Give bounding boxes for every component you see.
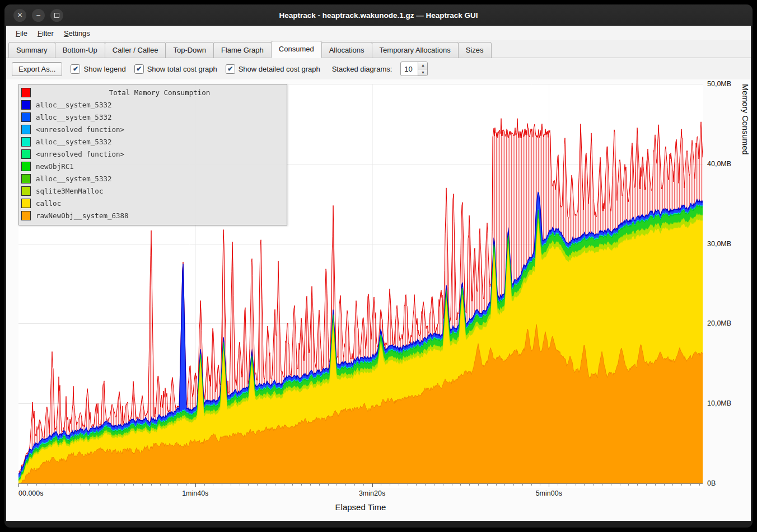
legend-swatch — [21, 162, 31, 171]
legend-swatch — [21, 149, 31, 159]
legend-swatch — [21, 100, 31, 110]
stacked-diagrams-label: Stacked diagrams: — [332, 65, 392, 73]
legend-item: rawNewObj__system_6388 — [21, 209, 283, 222]
checkbox-check-icon: ✔ — [134, 64, 144, 74]
legend-item: alloc__system_5332 — [21, 135, 283, 148]
legend-swatch — [21, 174, 31, 183]
menubar: FileFilterSettings — [6, 26, 751, 40]
x-tick-label: 00.000s — [18, 489, 43, 497]
show-detailed-cost-label: Show detailed cost graph — [239, 65, 320, 73]
app-body: FileFilterSettings SummaryBottom-UpCalle… — [6, 26, 751, 521]
legend-swatch — [21, 125, 31, 134]
menu-filter[interactable]: Filter — [32, 27, 59, 40]
stacked-diagrams-value: 10 — [401, 62, 418, 76]
x-tick-label: 3min20s — [359, 489, 385, 497]
tab-caller-callee[interactable]: Caller / Callee — [105, 42, 166, 58]
minimize-icon: – — [36, 12, 40, 18]
legend-label: <unresolved function> — [36, 150, 124, 158]
show-detailed-cost-checkbox[interactable]: ✔ Show detailed cost graph — [226, 64, 320, 74]
chart-legend: Total Memory Consumptionalloc__system_53… — [18, 84, 287, 225]
tab-bottom-up[interactable]: Bottom-Up — [55, 42, 105, 58]
toolbar: Export As... ✔ Show legend ✔ Show total … — [6, 58, 751, 79]
x-tick-label: 1min40s — [182, 489, 208, 497]
maximize-button[interactable] — [50, 9, 63, 22]
tab-flame-graph[interactable]: Flame Graph — [213, 42, 272, 58]
tab-bar: SummaryBottom-UpCaller / CalleeTop-DownF… — [6, 40, 751, 58]
maximize-icon — [54, 13, 59, 18]
y-tick-label: 30,0MB — [707, 240, 731, 248]
y-tick-label: 20,0MB — [707, 319, 731, 327]
legend-label: rawNewObj__system_6388 — [36, 211, 129, 220]
show-legend-checkbox[interactable]: ✔ Show legend — [71, 64, 125, 74]
legend-label: newObjRC1 — [36, 162, 74, 171]
legend-item: sqlite3MemMalloc — [21, 185, 283, 197]
checkbox-check-icon: ✔ — [226, 64, 235, 74]
window-bottom-frame — [4, 521, 753, 528]
menu-settings[interactable]: Settings — [59, 27, 95, 40]
legend-swatch — [21, 137, 31, 147]
window-controls: ✕ – — [13, 9, 63, 22]
spin-down-button[interactable]: ▼ — [418, 69, 427, 76]
show-total-cost-checkbox[interactable]: ✔ Show total cost graph — [134, 64, 217, 74]
tab-top-down[interactable]: Top-Down — [165, 42, 214, 58]
close-button[interactable]: ✕ — [13, 9, 26, 22]
tab-consumed[interactable]: Consumed — [271, 41, 322, 58]
export-as-button[interactable]: Export As... — [12, 62, 62, 76]
menu-file[interactable]: File — [11, 27, 32, 40]
legend-label: alloc__system_5332 — [36, 113, 111, 121]
legend-label: sqlite3MemMalloc — [36, 187, 103, 195]
x-axis-title: Elapsed Time — [18, 502, 703, 512]
legend-item: alloc__system_5332 — [21, 111, 283, 123]
app-window: ✕ – Heaptrack - heaptrack.wakunode.1.gz … — [4, 4, 753, 528]
legend-item: <unresolved function> — [21, 148, 283, 160]
legend-swatch — [21, 199, 31, 208]
legend-swatch — [21, 211, 31, 220]
legend-item: newObjRC1 — [21, 160, 283, 172]
x-tick-label: 5min00s — [536, 489, 562, 497]
close-icon: ✕ — [17, 12, 22, 18]
legend-label: calloc — [36, 199, 61, 208]
show-legend-label: Show legend — [83, 65, 125, 73]
tab-sizes[interactable]: Sizes — [458, 42, 492, 58]
legend-swatch — [21, 88, 31, 97]
show-total-cost-label: Show total cost graph — [147, 65, 217, 73]
legend-label: alloc__system_5332 — [36, 138, 111, 146]
legend-label: alloc__system_5332 — [36, 101, 111, 109]
y-tick-label: 0B — [707, 479, 716, 487]
spinner-buttons: ▲ ▼ — [418, 62, 427, 76]
tab-temporary-allocations[interactable]: Temporary Allocations — [372, 42, 459, 58]
legend-item: <unresolved function> — [21, 123, 283, 135]
legend-label: alloc__system_5332 — [36, 175, 111, 183]
chart-area: Total Memory Consumptionalloc__system_53… — [6, 79, 751, 521]
minimize-button[interactable]: – — [32, 9, 45, 22]
tab-allocations[interactable]: Allocations — [321, 42, 372, 58]
legend-swatch — [21, 186, 31, 196]
legend-title: Total Memory Consumption — [36, 88, 283, 97]
y-axis-title: Memory Consumed — [741, 84, 750, 483]
y-tick-label: 50,0MB — [707, 80, 731, 88]
legend-swatch — [21, 112, 31, 122]
legend-title-row: Total Memory Consumption — [21, 86, 283, 98]
checkbox-check-icon: ✔ — [71, 64, 80, 74]
spin-up-button[interactable]: ▲ — [418, 62, 427, 69]
legend-item: alloc__system_5332 — [21, 172, 283, 185]
y-tick-label: 40,0MB — [707, 160, 731, 168]
y-tick-label: 10,0MB — [707, 399, 731, 407]
window-title: Heaptrack - heaptrack.wakunode.1.gz — He… — [4, 11, 753, 20]
legend-item: alloc__system_5332 — [21, 98, 283, 111]
titlebar: ✕ – Heaptrack - heaptrack.wakunode.1.gz … — [4, 4, 753, 26]
legend-item: calloc — [21, 197, 283, 209]
stacked-diagrams-spinbox[interactable]: 10 ▲ ▼ — [400, 62, 428, 76]
tab-summary[interactable]: Summary — [8, 42, 55, 58]
legend-label: <unresolved function> — [36, 125, 124, 134]
